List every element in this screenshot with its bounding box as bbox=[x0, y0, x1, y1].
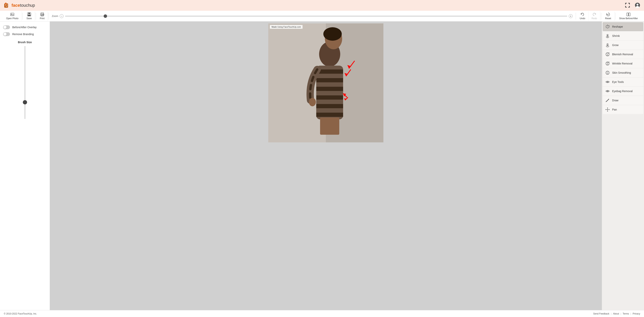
tool-skin-smoothing[interactable]: Skin Smoothing bbox=[603, 68, 643, 77]
account-icon bbox=[635, 2, 640, 8]
right-panel: Reshape Shrink Grow bbox=[602, 22, 644, 310]
svg-point-65 bbox=[606, 62, 609, 65]
svg-rect-37 bbox=[316, 95, 343, 100]
brush-slider-thumb[interactable] bbox=[23, 100, 27, 104]
blemish-removal-label: Blemish Removal bbox=[612, 53, 633, 56]
brush-size-title: Brush Size bbox=[3, 41, 47, 44]
tool-eye-tools[interactable]: Eye Tools bbox=[603, 78, 643, 86]
save-icon bbox=[27, 12, 31, 16]
redo-button[interactable]: Redo bbox=[588, 12, 600, 20]
skin-smoothing-label: Skin Smoothing bbox=[612, 71, 631, 74]
reset-icon bbox=[606, 12, 610, 16]
grow-icon bbox=[605, 43, 610, 48]
brush-slider-track[interactable] bbox=[24, 46, 25, 119]
header-right bbox=[624, 2, 641, 9]
grow-label: Grow bbox=[612, 44, 618, 47]
draw-label: Draw bbox=[612, 99, 618, 102]
svg-point-50 bbox=[607, 25, 608, 26]
svg-rect-26 bbox=[629, 13, 630, 16]
svg-rect-18 bbox=[28, 13, 30, 14]
open-photo-button[interactable]: Open Photo bbox=[3, 12, 22, 20]
footer-right: Send Feedback | About | Terms | Privacy bbox=[593, 312, 640, 315]
send-feedback-link[interactable]: Send Feedback bbox=[593, 312, 609, 315]
account-button[interactable] bbox=[634, 2, 641, 9]
before-after-icon bbox=[626, 12, 630, 16]
eye-tools-label: Eye Tools bbox=[612, 80, 624, 84]
zoom-slider-track[interactable] bbox=[65, 16, 567, 16]
svg-rect-39 bbox=[316, 113, 343, 117]
brush-slider-container bbox=[3, 46, 47, 119]
before-after-toggle[interactable] bbox=[3, 25, 10, 29]
header: facetouchup bbox=[0, 0, 644, 11]
svg-point-41 bbox=[309, 98, 316, 106]
reset-button[interactable]: Reset bbox=[602, 12, 614, 20]
tool-wrinkle-removal[interactable]: Wrinkle Removal bbox=[603, 59, 643, 68]
svg-point-72 bbox=[607, 82, 608, 82]
main: Before/After Overlay Remove Branding Bru… bbox=[0, 22, 644, 310]
remove-branding-label: Remove Branding bbox=[12, 32, 34, 36]
undo-icon bbox=[580, 12, 584, 16]
svg-rect-40 bbox=[320, 118, 339, 135]
tool-eyebag-removal[interactable]: Eyebag Removal bbox=[603, 87, 643, 96]
terms-link[interactable]: Terms bbox=[623, 312, 629, 315]
image-container: Made Using FaceTouchUp.com bbox=[268, 24, 384, 142]
logo-text: facetouchup bbox=[12, 3, 35, 8]
tool-grow[interactable]: Grow bbox=[603, 41, 643, 50]
open-photo-icon bbox=[10, 12, 14, 16]
svg-rect-1 bbox=[5, 3, 6, 4]
show-before-after-button[interactable]: Show Before/After bbox=[616, 12, 641, 20]
svg-point-70 bbox=[607, 72, 608, 73]
wrinkle-removal-icon bbox=[605, 61, 610, 66]
canvas-area[interactable]: Made Using FaceTouchUp.com bbox=[50, 22, 602, 310]
svg-rect-35 bbox=[316, 78, 343, 82]
svg-point-68 bbox=[609, 62, 610, 62]
svg-point-61 bbox=[607, 54, 607, 54]
pan-icon bbox=[605, 107, 610, 112]
print-button[interactable]: Print bbox=[37, 12, 48, 20]
before-after-label: Before/After Overlay bbox=[12, 26, 37, 29]
svg-point-62 bbox=[608, 54, 608, 54]
blemish-removal-icon bbox=[605, 52, 610, 56]
photo-display[interactable] bbox=[268, 24, 384, 142]
tool-draw[interactable]: Draw bbox=[603, 96, 643, 105]
svg-rect-25 bbox=[627, 13, 628, 16]
zoom-area: Zoom − + bbox=[50, 14, 575, 18]
brush-section: Brush Size bbox=[3, 41, 47, 119]
shrink-label: Shrink bbox=[612, 34, 620, 38]
zoom-label: Zoom bbox=[52, 14, 58, 18]
remove-branding-toggle-row: Remove Branding bbox=[3, 32, 47, 36]
tool-shrink[interactable]: Shrink bbox=[603, 32, 643, 40]
zoom-minus-button[interactable]: − bbox=[60, 14, 64, 18]
svg-rect-36 bbox=[316, 87, 343, 91]
redo-icon bbox=[592, 12, 596, 16]
tool-reshape[interactable]: Reshape bbox=[603, 22, 643, 31]
svg-point-23 bbox=[43, 14, 44, 15]
svg-point-64 bbox=[609, 52, 610, 53]
about-link[interactable]: About bbox=[613, 312, 619, 315]
fullscreen-button[interactable] bbox=[624, 2, 631, 9]
before-after-toggle-row: Before/After Overlay bbox=[3, 25, 47, 29]
shrink-icon bbox=[605, 34, 610, 38]
svg-point-51 bbox=[609, 26, 610, 26]
eyebag-removal-label: Eyebag Removal bbox=[612, 90, 633, 93]
eye-tools-icon bbox=[605, 80, 610, 84]
left-panel: Before/After Overlay Remove Branding Bru… bbox=[0, 22, 50, 310]
svg-rect-11 bbox=[629, 6, 630, 8]
save-button[interactable]: Save bbox=[24, 12, 35, 20]
svg-rect-5 bbox=[625, 3, 626, 4]
eyebag-removal-icon bbox=[605, 89, 610, 94]
person-svg bbox=[268, 24, 384, 142]
privacy-link[interactable]: Privacy bbox=[633, 312, 640, 315]
tool-blemish-removal[interactable]: Blemish Removal bbox=[603, 50, 643, 59]
tool-pan[interactable]: Pan bbox=[603, 105, 643, 114]
undo-button[interactable]: Undo bbox=[577, 12, 588, 20]
zoom-plus-button[interactable]: + bbox=[569, 14, 572, 18]
zoom-slider-thumb[interactable] bbox=[104, 14, 107, 18]
svg-point-74 bbox=[607, 91, 608, 92]
copyright: © 2010-2022 FaceTouchUp, Inc. bbox=[4, 312, 37, 315]
svg-point-2 bbox=[5, 4, 6, 5]
svg-rect-9 bbox=[625, 6, 626, 8]
footer: © 2010-2022 FaceTouchUp, Inc. Send Feedb… bbox=[0, 310, 644, 317]
svg-point-13 bbox=[636, 4, 638, 6]
remove-branding-toggle[interactable] bbox=[3, 32, 10, 36]
